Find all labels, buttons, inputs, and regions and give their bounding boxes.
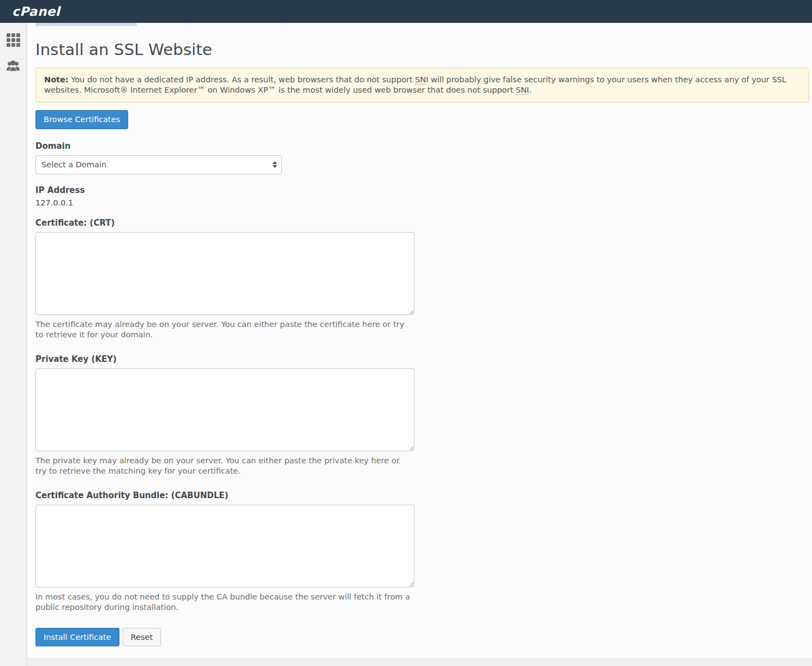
private-key-label: Private Key (KEY) bbox=[35, 354, 809, 364]
sni-warning-note: Note: You do not have a dedicated IP add… bbox=[35, 68, 809, 102]
main-content: Install an SSL Website Note: You do not … bbox=[27, 26, 812, 658]
page-title: Install an SSL Website bbox=[35, 40, 809, 59]
tab-strip bbox=[0, 23, 812, 26]
browse-certificates-button[interactable]: Browse Certificates bbox=[35, 110, 128, 129]
apps-grid-icon bbox=[7, 33, 20, 47]
active-tab-indicator bbox=[35, 23, 136, 26]
ca-bundle-help-text: In most cases, you do not need to supply… bbox=[35, 592, 412, 613]
note-label: Note: bbox=[44, 75, 69, 84]
private-key-help-text: The private key may already be on your s… bbox=[35, 456, 412, 476]
reset-button[interactable]: Reset bbox=[123, 628, 161, 647]
install-certificate-button[interactable]: Install Certificate bbox=[35, 628, 119, 647]
ca-bundle-textarea[interactable] bbox=[35, 505, 414, 588]
sidebar-item-users[interactable] bbox=[5, 58, 21, 74]
sni-abbr: SNI bbox=[516, 86, 529, 95]
left-sidebar bbox=[0, 23, 27, 666]
tab-separator bbox=[136, 23, 137, 26]
sidebar-item-apps[interactable] bbox=[5, 32, 21, 48]
note-text-1: You do not have a dedicated IP address. … bbox=[69, 75, 415, 84]
domain-select[interactable]: Select a Domain bbox=[35, 155, 282, 174]
sni-abbr: SNI bbox=[415, 75, 428, 84]
ip-address-value: 127.0.0.1 bbox=[35, 198, 809, 207]
private-key-textarea[interactable] bbox=[35, 368, 414, 451]
domain-label: Domain bbox=[35, 141, 809, 151]
form-actions: Install Certificate Reset bbox=[35, 628, 809, 647]
tab-separator bbox=[286, 23, 287, 26]
certificate-help-text: The certificate may already be on your s… bbox=[35, 319, 412, 340]
tab-separator bbox=[185, 23, 186, 26]
footer-strip bbox=[27, 658, 812, 666]
note-text-3: . bbox=[529, 86, 532, 94]
domain-select-wrap: Select a Domain bbox=[35, 155, 282, 174]
cpanel-logo: cPanel bbox=[12, 4, 60, 19]
users-icon bbox=[5, 59, 21, 72]
top-navbar: cPanel bbox=[0, 0, 812, 23]
ca-bundle-label: Certificate Authority Bundle: (CABUNDLE) bbox=[35, 491, 809, 500]
certificate-textarea[interactable] bbox=[35, 232, 414, 315]
ip-address-label: IP Address bbox=[35, 185, 809, 195]
certificate-label: Certificate: (CRT) bbox=[35, 218, 809, 228]
